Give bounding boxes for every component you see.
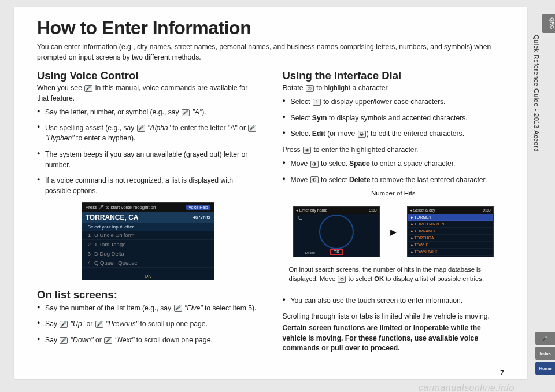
voice-screenshot: Press 🎤 to start voice recognition Voice… (82, 202, 214, 280)
talk-icon: 🎤 (84, 85, 92, 92)
t: to scroll down one page. (134, 336, 213, 344)
shift-icon: ⇧ (313, 99, 321, 106)
bullet: Select ⇧ to display upper/lower case cha… (283, 97, 505, 108)
dial-ring-icon (319, 215, 354, 249)
t: or (94, 336, 104, 344)
t: to select (319, 160, 349, 168)
t: "A" (192, 108, 202, 116)
fig-label: Number of Hits (371, 190, 416, 197)
bullet: If a voice command is not recognized, a … (37, 176, 259, 196)
manual-page: How to Enter Information You can enter i… (14, 7, 527, 379)
list-item: 1U Uncle Uniform (82, 231, 214, 240)
t: ) to edit the entered characters. (367, 130, 464, 138)
talk-icon: 🎤 (182, 109, 190, 116)
bullet: The system beeps if you say an unavailab… (37, 150, 259, 170)
list-item: ▸ TORO CANYON (408, 221, 493, 228)
press-icon: ◉ (303, 147, 311, 154)
side-tabs: QRG (542, 14, 555, 33)
press-line: Press ◉ to enter the highlighted charact… (283, 145, 505, 156)
t: to select (346, 275, 374, 282)
t: ). (202, 108, 206, 116)
t: When you see (37, 84, 84, 92)
arrow-right-icon: ▶ (390, 227, 397, 236)
t: "Five" (184, 304, 203, 312)
bullet: You can also use the touch screen to ent… (283, 296, 505, 306)
t: Rotate (283, 84, 305, 92)
list-item: 4Q Queen Quebec (82, 258, 214, 268)
talk-icon: 🎤 (60, 337, 68, 344)
tab-qrg[interactable]: QRG (542, 14, 555, 33)
sv-city: TORRANCE, CA 4677hits (82, 212, 214, 223)
rotate-icon: ◎ (306, 85, 314, 92)
note-bold: Certain screen functions are limited or … (283, 323, 505, 354)
columns: Using Voice Control When you see 🎤 in th… (37, 69, 504, 354)
list-bullets: Say the number of the list item (e.g., s… (37, 304, 259, 346)
right-column: Using the Interface Dial Rotate ◎ to hig… (271, 69, 505, 354)
sv-top: Press 🎤 to start voice recognition Voice… (82, 203, 214, 212)
list-item: ▸ TORMEY (408, 214, 493, 221)
list-item: ▸ TOWLE (408, 242, 493, 249)
left-column: Using Voice Control When you see 🎤 in th… (37, 69, 271, 354)
bullet: Select Edit (or move ◒) to edit the ente… (283, 129, 505, 139)
dial-lead: Rotate ◎ to highlight a character. (283, 83, 505, 94)
move-up-icon: ◒ (358, 131, 366, 138)
t: "Hyphen" (45, 134, 75, 142)
t: "Down" (71, 336, 94, 344)
side-text: Quick Reference Guide - 2013 Accord (533, 35, 540, 173)
voice-heading: Using Voice Control (37, 69, 259, 82)
bullet: Say 🎤 "Up" or 🎤 "Previous" to scroll up … (37, 319, 259, 330)
t: "Next" (115, 336, 135, 344)
move-right-icon: ◑ (310, 161, 319, 168)
t: to display symbols and accented characte… (327, 114, 468, 122)
t: or (84, 320, 95, 328)
bullet: Say 🎤 "Down" or 🎤 "Next" to scroll down … (37, 335, 259, 346)
t: 4677hits (193, 215, 210, 220)
t: Delete (305, 251, 315, 254)
t: to enter a hyphen). (75, 134, 136, 142)
talk-icon: 🎤 (248, 125, 256, 132)
t: Say (45, 336, 59, 344)
t: Select (291, 130, 312, 138)
voice-lead: When you see 🎤 in this manual, voice com… (37, 83, 259, 103)
talk-icon: 🎤 (95, 321, 103, 328)
bullet: Select Sym to display symbols and accent… (283, 113, 505, 124)
t: Delete (349, 176, 371, 184)
watermark: carmanualsonline.info (419, 383, 515, 392)
ok-label: OK (145, 273, 151, 279)
t: to display a list of possible entries. (384, 275, 484, 282)
talk-icon: 🎤 (60, 321, 68, 328)
t: (or move (325, 130, 357, 138)
t: to enter the letter "A" or (171, 124, 247, 132)
tab-index[interactable]: Index (535, 347, 555, 360)
t: Say the letter, number, or symbol (e.g.,… (45, 108, 181, 116)
bullet: Move ◐ to select Delete to remove the la… (283, 175, 505, 186)
bullet: Move ◑ to select Space to enter a space … (283, 159, 505, 169)
fig-caption: On input search screens, the number of h… (289, 263, 498, 283)
note: Scrolling through lists or tabs is limit… (283, 312, 505, 322)
voice-list: Say the letter, number, or symbol (e.g.,… (37, 108, 259, 197)
ok-highlight: OK (330, 249, 343, 255)
t: Press 🎤 to start voice recognition (86, 205, 156, 210)
move-left-icon: ◐ (310, 176, 319, 183)
list-item: ▸ TORTUGA (408, 235, 493, 242)
t: Say (45, 320, 59, 328)
t: to enter the highlighted character. (312, 146, 418, 154)
bullet: Use spelling assist (e.g., say 🎤 "Alpha"… (37, 123, 259, 143)
t: Select your input letter (82, 223, 214, 231)
list-item: ▸ TOYON-SHASTA LAKE (408, 256, 493, 257)
t: Say the number of the list item (e.g., s… (45, 304, 173, 312)
t: Select (291, 98, 312, 106)
page-number: 7 (500, 369, 504, 377)
tab-voice[interactable]: 🎤 (535, 332, 555, 345)
voice-help-badge: Voice Help (186, 205, 210, 210)
fig-right: ◂ Select a city9:30 ▸ TORMEY ▸ TORO CANY… (407, 206, 494, 257)
bullet: Say the letter, number, or symbol (e.g.,… (37, 108, 259, 118)
t: Press (283, 146, 303, 154)
bottom-tabs: 🎤 Index Home (535, 332, 555, 375)
t: Select (291, 114, 312, 122)
t: Space (349, 160, 370, 168)
list-item: 3D Dog Delta (82, 249, 214, 258)
t: to scroll up one page. (138, 320, 208, 328)
tab-home[interactable]: Home (535, 362, 555, 375)
fig-left: ◂ Enter city name9:30 T_ Delete OK (293, 206, 380, 257)
